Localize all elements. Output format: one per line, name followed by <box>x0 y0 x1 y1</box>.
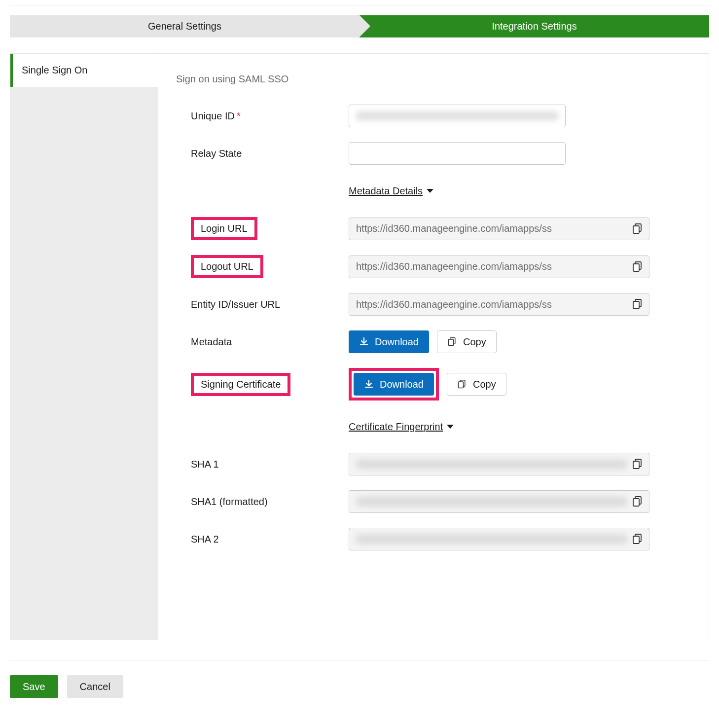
logout-url-label-highlight: Logout URL <box>191 255 263 278</box>
unique-id-input[interactable] <box>349 105 566 127</box>
metadata-download-button[interactable]: Download <box>349 330 429 353</box>
download-label: Download <box>375 336 419 348</box>
settings-panel: Single Sign On Sign on using SAML SSO Un… <box>10 53 709 640</box>
download-label: Download <box>380 379 424 390</box>
copy-icon[interactable] <box>632 223 643 235</box>
sha1-formatted-field <box>349 490 649 513</box>
content-area: Sign on using SAML SSO Unique ID* Relay … <box>158 54 709 640</box>
copy-icon[interactable] <box>632 261 643 273</box>
tab-general-label: General Settings <box>148 21 221 32</box>
sha2-label: SHA 2 <box>176 534 349 545</box>
required-indicator: * <box>237 110 241 122</box>
login-url-label-highlight: Login URL <box>191 217 257 240</box>
tab-integration-label: Integration Settings <box>492 21 576 32</box>
sha2-value-redacted <box>356 534 627 544</box>
signing-cert-label: Signing Certificate <box>201 379 281 390</box>
download-icon <box>364 379 374 389</box>
sha2-field <box>349 528 649 550</box>
sidebar: Single Sign On <box>10 54 158 640</box>
logout-url-value: https://id360.manageengine.com/iamapps/s… <box>356 261 627 272</box>
metadata-label: Metadata <box>176 336 349 348</box>
settings-tab-bar: General Settings Integration Settings <box>10 15 709 37</box>
sidebar-item-label: Single Sign On <box>22 65 87 75</box>
entity-id-value: https://id360.manageengine.com/iamapps/s… <box>356 299 627 310</box>
signing-cert-download-button[interactable]: Download <box>354 373 434 396</box>
entity-id-field: https://id360.manageengine.com/iamapps/s… <box>349 293 649 316</box>
sha1-value-redacted <box>356 459 627 469</box>
copy-icon <box>447 337 457 347</box>
metadata-details-toggle[interactable]: Metadata Details <box>349 185 433 197</box>
copy-label: Copy <box>473 379 496 390</box>
login-url-value: https://id360.manageengine.com/iamapps/s… <box>356 223 627 234</box>
copy-icon[interactable] <box>632 496 643 508</box>
copy-icon[interactable] <box>632 533 643 545</box>
tab-general-settings[interactable]: General Settings <box>10 15 360 37</box>
cert-fingerprint-toggle[interactable]: Certificate Fingerprint <box>349 421 454 433</box>
login-url-field: https://id360.manageengine.com/iamapps/s… <box>349 218 649 240</box>
tab-integration-settings[interactable]: Integration Settings <box>360 15 709 37</box>
chevron-down-icon <box>447 425 454 429</box>
logout-url-label: Logout URL <box>201 261 253 272</box>
download-icon <box>359 337 369 347</box>
cancel-button[interactable]: Cancel <box>67 675 123 698</box>
copy-icon <box>457 379 467 389</box>
signing-cert-copy-button[interactable]: Copy <box>447 373 506 396</box>
sha1f-value-redacted <box>356 497 627 507</box>
sha1-label: SHA 1 <box>176 459 349 470</box>
copy-icon[interactable] <box>632 298 643 310</box>
cert-fingerprint-label: Certificate Fingerprint <box>349 421 443 433</box>
copy-label: Copy <box>463 336 486 348</box>
sha1-formatted-label: SHA1 (formatted) <box>176 496 349 508</box>
relay-state-label: Relay State <box>176 148 349 159</box>
section-title: Sign on using SAML SSO <box>176 73 691 85</box>
metadata-details-label: Metadata Details <box>349 185 423 197</box>
entity-id-label: Entity ID/Issuer URL <box>176 299 349 310</box>
copy-icon[interactable] <box>632 458 643 470</box>
footer-actions: Save Cancel <box>10 675 709 698</box>
relay-state-input[interactable] <box>349 142 566 165</box>
chevron-down-icon <box>427 189 433 193</box>
login-url-label: Login URL <box>201 223 248 234</box>
logout-url-field: https://id360.manageengine.com/iamapps/s… <box>349 255 649 278</box>
sha1-field <box>349 453 649 475</box>
save-button[interactable]: Save <box>10 675 58 698</box>
unique-id-label: Unique ID* <box>176 110 349 122</box>
signing-cert-label-highlight: Signing Certificate <box>191 373 290 396</box>
sidebar-item-sso[interactable]: Single Sign On <box>10 54 158 87</box>
metadata-copy-button[interactable]: Copy <box>437 330 497 353</box>
signing-cert-download-highlight: Download <box>349 368 439 400</box>
